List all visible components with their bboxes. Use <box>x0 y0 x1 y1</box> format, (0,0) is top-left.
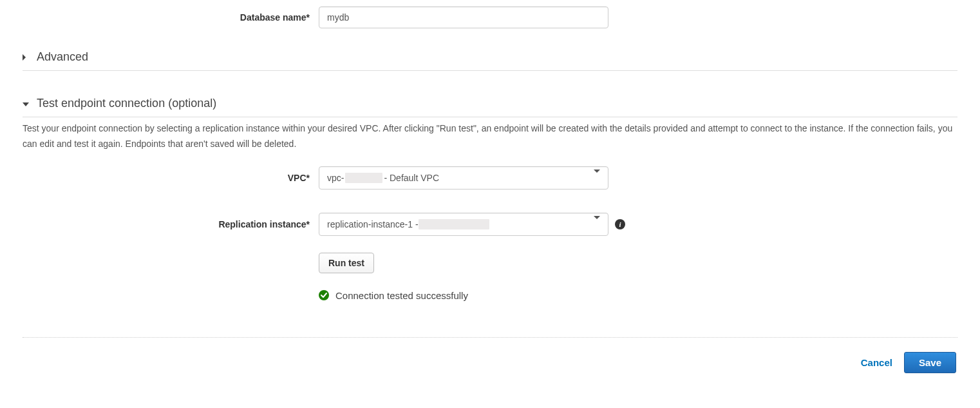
database-name-label: Database name* <box>23 12 319 23</box>
success-check-icon <box>319 290 329 300</box>
test-section-toggle[interactable]: Test endpoint connection (optional) <box>23 92 957 117</box>
caret-down-icon <box>23 101 37 106</box>
vpc-value-prefix: vpc- <box>327 173 344 183</box>
caret-right-icon <box>23 54 37 61</box>
replication-instance-label: Replication instance* <box>23 219 319 229</box>
redacted-replication-id <box>419 219 489 229</box>
footer-actions: Cancel Save <box>23 338 957 373</box>
test-status-row: Connection tested successfully <box>319 290 468 301</box>
vpc-value-suffix: - Default VPC <box>384 173 439 183</box>
info-icon[interactable]: i <box>615 219 625 229</box>
replication-instance-value-prefix: replication-instance-1 - <box>327 219 419 229</box>
advanced-section-toggle[interactable]: Advanced <box>23 45 957 70</box>
chevron-down-icon <box>594 219 600 229</box>
vpc-row: VPC* vpc- - Default VPC <box>23 166 957 189</box>
database-name-row: Database name* <box>23 6 957 28</box>
test-status-text: Connection tested successfully <box>335 290 468 301</box>
database-name-input[interactable] <box>319 6 608 28</box>
vpc-label: VPC* <box>23 173 319 183</box>
replication-instance-select[interactable]: replication-instance-1 - <box>319 213 608 236</box>
vpc-select[interactable]: vpc- - Default VPC <box>319 166 608 189</box>
test-section-description: Test your endpoint connection by selecti… <box>23 117 957 166</box>
replication-instance-row: Replication instance* replication-instan… <box>23 213 957 236</box>
chevron-down-icon <box>594 173 600 183</box>
divider <box>23 70 957 71</box>
run-test-row: Run test Connection tested successfully <box>23 253 957 301</box>
advanced-section-title: Advanced <box>37 50 88 64</box>
redacted-vpc-id <box>345 173 382 183</box>
cancel-button[interactable]: Cancel <box>861 357 892 368</box>
save-button[interactable]: Save <box>904 352 956 373</box>
run-test-button[interactable]: Run test <box>319 253 374 273</box>
test-section-title: Test endpoint connection (optional) <box>37 97 216 110</box>
